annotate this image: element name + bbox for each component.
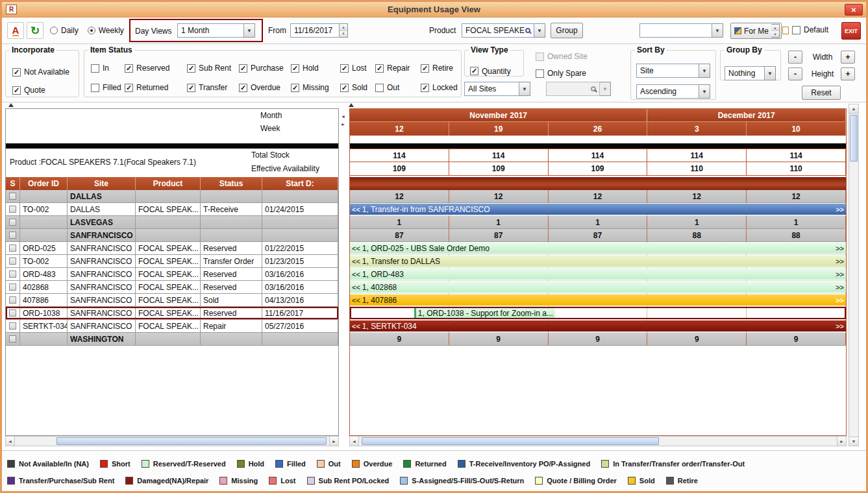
sort-direction-value[interactable]: Ascending <box>636 84 699 99</box>
sort-field-combo[interactable]: Site ▼ <box>636 64 710 78</box>
column-header-status[interactable]: Status <box>201 177 262 190</box>
table-row[interactable]: SERTKT-034SANFRANCISCOFOCAL SPEAK...Repa… <box>6 320 338 333</box>
group-by-dropdown-button[interactable]: ▼ <box>765 66 776 80</box>
scrollbar-thumb[interactable] <box>362 437 659 445</box>
pane-collapse-left-icon[interactable]: ◄ <box>341 114 345 119</box>
quick-search-dropdown-button[interactable]: ▼ <box>712 23 723 38</box>
product-field[interactable]: FOCAL SPEAKE <box>462 23 534 38</box>
left-horizontal-scrollbar[interactable]: ◄ ► <box>5 436 339 446</box>
row-select-box[interactable] <box>9 193 16 200</box>
timeline-row[interactable]: <<1, 402868>> <box>350 281 846 294</box>
quick-search-combo[interactable]: ▼ <box>639 23 723 38</box>
vertical-scrollbar[interactable]: ▲ ▼ <box>849 104 859 446</box>
column-header-start-d[interactable]: Start D: <box>262 177 338 190</box>
usage-bar[interactable]: <<1, Transfer to DALLAS>> <box>350 256 846 267</box>
week-header-cell[interactable]: 10 <box>747 122 846 136</box>
group-by-value[interactable]: Nothing <box>725 66 765 80</box>
row-select-box[interactable] <box>9 322 16 330</box>
usage-bar[interactable]: <<1, 407886>> <box>350 295 846 306</box>
checkbox-hold[interactable]: ✓Hold <box>291 64 340 73</box>
row-select-box[interactable] <box>9 335 16 343</box>
scroll-right-icon[interactable]: ► <box>329 437 338 446</box>
timeline-row[interactable]: <<1, SERTKT-034>> <box>350 320 846 333</box>
timeline-row[interactable]: <<1, ORD-483>> <box>350 268 846 281</box>
month-header-december-2017[interactable]: December 2017 <box>647 109 846 121</box>
row-select-box[interactable] <box>9 219 16 226</box>
sort-direction-dropdown-button[interactable]: ▼ <box>699 84 710 99</box>
day-views-dropdown-button[interactable]: ▼ <box>244 23 255 38</box>
scrollbar-thumb[interactable] <box>56 437 327 445</box>
scroll-left-icon[interactable]: ◄ <box>350 437 359 446</box>
column-header-product[interactable]: Product <box>136 177 201 190</box>
week-header-cell[interactable]: 12 <box>350 122 449 136</box>
sort-direction-combo[interactable]: Ascending ▼ <box>636 84 710 99</box>
row-select-box[interactable] <box>9 283 16 291</box>
product-combo[interactable]: FOCAL SPEAKE ▼ <box>462 23 545 38</box>
from-date-spinner[interactable]: ▲ ▼ <box>340 23 348 38</box>
table-row[interactable]: 407886SANFRANCISCOFOCAL SPEAK...Sold04/1… <box>6 294 338 307</box>
sites-value[interactable]: All Sites <box>464 82 519 96</box>
from-date-field[interactable]: 11/16/2017 <box>290 23 340 38</box>
table-row[interactable]: ORD-483SANFRANCISCOFOCAL SPEAK...Reserve… <box>6 268 338 281</box>
right-horizontal-scrollbar[interactable]: ◄ ► <box>349 436 847 446</box>
column-header-s[interactable]: S <box>6 177 20 190</box>
month-header-november-2017[interactable]: November 2017 <box>350 109 647 121</box>
quick-search-value[interactable] <box>639 23 712 38</box>
week-header-cell[interactable]: 26 <box>549 122 648 136</box>
row-select-box[interactable] <box>9 271 16 278</box>
checkbox-lost[interactable]: ✓Lost <box>340 64 375 73</box>
checkbox-quote[interactable]: ✓Quote <box>12 86 69 95</box>
usage-bar[interactable]: 1, ORD-1038 - Support for Zoom-in a... <box>414 307 556 319</box>
checkbox-transfer[interactable]: ✓Transfer <box>187 83 239 92</box>
checkbox-not-available[interactable]: ✓Not Available <box>12 67 69 77</box>
scroll-down-icon[interactable]: ▼ <box>849 437 858 446</box>
checkbox-reserved[interactable]: ✓Reserved <box>125 64 187 73</box>
table-row[interactable]: TO-002SANFRANCISCOFOCAL SPEAK...Transfer… <box>6 255 338 268</box>
checkbox-purchase[interactable]: ✓Purchase <box>239 64 291 73</box>
timeline-row[interactable]: <<1, Transfer-in from SANFRANCISCO>> <box>350 203 846 216</box>
splitter-handle-icon[interactable] <box>349 103 354 107</box>
scroll-up-icon[interactable]: ▲ <box>849 104 858 114</box>
usage-bar[interactable]: <<1, SERTKT-034>> <box>350 320 846 331</box>
product-dropdown-button[interactable]: ▼ <box>534 23 545 38</box>
usage-bar[interactable]: <<1, ORD-483>> <box>350 269 846 280</box>
checkbox-out[interactable]: Out <box>375 83 421 92</box>
row-select-box[interactable] <box>9 245 16 252</box>
from-date-value[interactable]: 11/16/2017 <box>290 23 340 38</box>
table-row[interactable]: ORD-025SANFRANCISCOFOCAL SPEAK...Reserve… <box>6 242 338 255</box>
sort-field-value[interactable]: Site <box>636 64 699 78</box>
scroll-left-icon[interactable]: ◄ <box>6 437 15 446</box>
checkbox-quantity[interactable]: ✓Quantity <box>470 67 511 76</box>
exit-button[interactable]: EXIT <box>841 22 861 40</box>
week-header-cell[interactable]: 19 <box>449 122 549 136</box>
height-minus-button[interactable]: - <box>788 67 802 80</box>
checkbox-in[interactable]: In <box>91 64 125 73</box>
site-group-row[interactable]: DALLAS <box>6 190 338 203</box>
refresh-button[interactable]: ↻ <box>27 22 43 39</box>
checkbox-only-spare[interactable]: Only Spare <box>536 69 586 78</box>
table-row[interactable]: ORD-1038SANFRANCISCOFOCAL SPEAK...Reserv… <box>6 307 338 320</box>
font-tool-button[interactable]: A <box>7 22 24 39</box>
usage-bar[interactable]: <<1, Transfer-in from SANFRANCISCO>> <box>350 204 846 215</box>
column-header-site[interactable]: Site <box>68 177 136 190</box>
scrollbar-thumb[interactable] <box>850 115 858 162</box>
row-select-box[interactable] <box>9 206 16 213</box>
timeline-row[interactable]: <<1, 407886>> <box>350 294 846 307</box>
usage-bar[interactable]: <<1, ORD-025 - UBS Sale Order Demo>> <box>350 243 846 254</box>
timeline-row[interactable]: <<1, ORD-025 - UBS Sale Order Demo>> <box>350 242 846 255</box>
column-header-order-id[interactable]: Order ID <box>20 177 68 190</box>
width-minus-button[interactable]: - <box>788 51 802 64</box>
checkbox-returned[interactable]: ✓Returned <box>125 83 187 92</box>
row-select-box[interactable] <box>9 258 16 265</box>
timeline-row[interactable]: 1, ORD-1038 - Support for Zoom-in a... <box>350 307 846 320</box>
checkbox-retire[interactable]: ✓Retire <box>421 64 460 73</box>
checkbox-default[interactable]: Default <box>792 25 828 34</box>
height-plus-button[interactable]: + <box>841 67 855 80</box>
row-select-box[interactable] <box>9 232 16 239</box>
day-views-combo[interactable]: 1 Month ▼ <box>177 23 255 38</box>
group-button[interactable]: Group <box>551 23 583 38</box>
for-me-button[interactable]: For Me ▲ ▼ <box>730 23 782 39</box>
site-group-row[interactable]: WASHINGTON <box>6 333 338 346</box>
checkbox-overdue[interactable]: ✓Overdue <box>239 83 291 92</box>
checkbox-filled[interactable]: Filled <box>91 83 125 92</box>
